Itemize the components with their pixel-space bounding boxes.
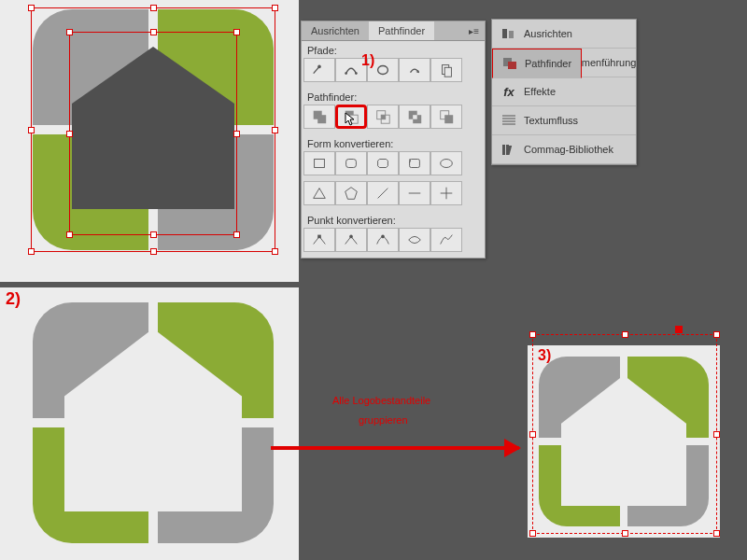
stage-1-canvas — [0, 0, 299, 282]
dock-label: Pathfinder — [525, 58, 571, 69]
point-plain-icon[interactable] — [303, 228, 335, 252]
point-symmetric-icon[interactable] — [399, 228, 430, 252]
cursor-icon — [345, 112, 358, 127]
svg-point-27 — [381, 235, 385, 239]
shape-triangle-icon[interactable] — [303, 181, 335, 205]
point-corner-icon[interactable] — [335, 228, 367, 252]
paths-row — [302, 58, 485, 88]
dock-align[interactable]: Ausrichten — [492, 20, 636, 49]
pathfinder-panel: Ausrichten Pathfinder ▸≡ Pfade: Pathfind… — [301, 21, 486, 259]
library-icon — [501, 143, 516, 156]
svg-rect-29 — [509, 31, 514, 38]
shape-ellipse-icon[interactable] — [430, 151, 462, 175]
effects-icon: fx — [501, 85, 516, 98]
section-convert-point-label: Punkt konvertieren: — [302, 211, 485, 228]
dock-label: Ausrichten — [524, 28, 572, 39]
pathfinder-icon — [502, 57, 517, 70]
pf-minusback-icon[interactable] — [430, 105, 462, 129]
section-paths-label: Pfade: — [302, 41, 485, 58]
marker-2: 2) — [6, 289, 21, 309]
dock-label: Effekte — [524, 86, 556, 97]
dock-library[interactable]: Commag-Bibliothek — [492, 135, 636, 164]
rotate-handle[interactable] — [675, 326, 683, 333]
marker-3: 3) — [538, 347, 551, 364]
annotation-text: Alle Logobestandteilegruppieren — [332, 390, 430, 429]
svg-rect-25 — [317, 235, 321, 239]
shape-rect-icon[interactable] — [303, 151, 335, 175]
svg-rect-15 — [413, 115, 417, 119]
section-pathfinder-label: Pathfinder: — [302, 88, 485, 105]
svg-rect-19 — [346, 160, 357, 168]
path-reverse-icon[interactable] — [399, 58, 430, 82]
dock-effects[interactable]: fxEffekte — [492, 77, 636, 106]
panel-dock: Ausrichten Pathfinder Datenzusammenführu… — [491, 19, 637, 165]
svg-point-3 — [378, 66, 388, 75]
dock-pathfinder[interactable]: Pathfinder — [492, 49, 582, 78]
shape-polygon-icon[interactable] — [335, 181, 367, 205]
shape-roundrect-icon[interactable] — [335, 151, 367, 175]
pf-intersect-icon[interactable] — [367, 105, 399, 129]
dock-label: Commag-Bibliothek — [524, 144, 613, 155]
svg-rect-5 — [444, 67, 451, 77]
svg-rect-7 — [317, 115, 326, 123]
svg-rect-28 — [502, 29, 507, 38]
svg-rect-37 — [502, 145, 505, 155]
svg-rect-12 — [381, 115, 386, 119]
tab-pathfinder[interactable]: Pathfinder — [369, 21, 434, 40]
point-cusp-icon[interactable] — [430, 228, 462, 252]
svg-point-26 — [349, 235, 353, 239]
path-join-icon[interactable] — [303, 58, 335, 82]
arrow-icon — [271, 446, 519, 450]
dock-label: Textumfluss — [524, 115, 578, 126]
selection-group[interactable] — [532, 334, 717, 534]
svg-point-2 — [355, 72, 358, 75]
pf-add-icon[interactable] — [303, 105, 335, 129]
pf-exclude-icon[interactable] — [399, 105, 430, 129]
align-icon — [501, 27, 516, 40]
shape-bevel-icon[interactable] — [367, 151, 399, 175]
shape-line-icon[interactable] — [367, 181, 399, 205]
pathfinder-row — [302, 105, 485, 134]
shape-vline-icon[interactable] — [430, 181, 462, 205]
logo-step2 — [33, 302, 274, 543]
svg-rect-17 — [444, 115, 453, 123]
svg-line-21 — [378, 189, 388, 199]
svg-point-0 — [317, 65, 321, 69]
textwrap-icon — [501, 114, 516, 127]
shape-inverse-round-icon[interactable] — [399, 151, 430, 175]
shape-hline-icon[interactable] — [399, 181, 430, 205]
panel-menu-icon[interactable]: ▸≡ — [463, 24, 485, 38]
section-convert-shape-label: Form konvertieren: — [302, 134, 485, 151]
svg-point-1 — [345, 72, 347, 75]
svg-point-20 — [441, 160, 453, 168]
marker-1: 1) — [361, 52, 374, 69]
tab-align[interactable]: Ausrichten — [302, 21, 369, 40]
stage-2-canvas — [0, 287, 299, 560]
selection-inner[interactable] — [69, 32, 237, 235]
dock-textwrap[interactable]: Textumfluss — [492, 106, 636, 135]
pages-icon[interactable] — [430, 58, 462, 82]
svg-rect-31 — [508, 62, 516, 69]
pf-subtract-icon[interactable] — [335, 105, 367, 129]
point-smooth-icon[interactable] — [367, 228, 399, 252]
svg-rect-18 — [315, 160, 325, 168]
